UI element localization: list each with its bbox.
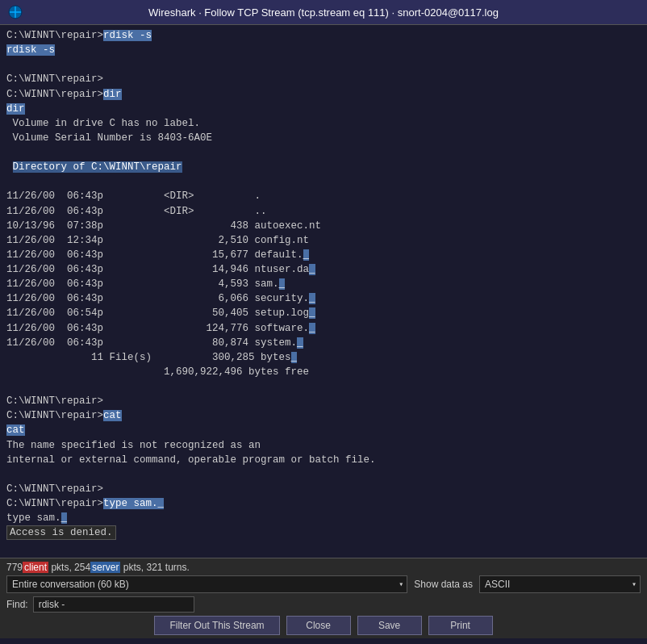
terminal-line: C:\WINNT\repair> — [6, 394, 641, 408]
terminal-line: C:\WINNT\repair>cat — [6, 408, 641, 423]
show-data-label: Show data as — [414, 579, 473, 590]
terminal-line: 11 File(s) 300,285 bytes_ — [6, 350, 641, 365]
terminal-line — [6, 540, 641, 554]
find-input[interactable] — [33, 596, 194, 613]
terminal-line: Directory of C:\WINNT\repair — [6, 160, 641, 174]
terminal-line: cat — [6, 423, 641, 437]
terminal-line: C:\WINNT\repair>type sam._ — [6, 496, 641, 511]
close-button[interactable]: Close — [286, 616, 351, 635]
ascii-dropdown[interactable]: ASCII Hex Dump C Arrays Raw UTF-8 — [479, 575, 641, 593]
wireshark-logo — [8, 4, 24, 20]
find-label: Find: — [6, 599, 28, 610]
server-pkts: 254 — [74, 562, 90, 573]
terminal-line: 11/26/00 06:54p 50,405 setup.log_ — [6, 306, 641, 320]
client-label: client — [23, 562, 48, 573]
bottom-panel: 779client pkts, 254server pkts, 321 turn… — [0, 558, 647, 638]
terminal-line — [6, 145, 641, 160]
terminal-line — [6, 379, 641, 394]
terminal-line: 11/26/00 06:43p 80,874 system._ — [6, 336, 641, 350]
terminal-line: The name specified is not recognized as … — [6, 438, 641, 453]
terminal-line: 11/26/00 06:43p 6,066 security._ — [6, 291, 641, 306]
terminal-line — [6, 57, 641, 72]
terminal-line: C:\WINNT\repair> — [6, 72, 641, 86]
terminal-line: Volume in drive C has no label. — [6, 116, 641, 131]
terminal-line: 11/26/00 06:43p <DIR> . — [6, 189, 641, 203]
terminal-line: C:\WINNT\repair>rdisk -s — [6, 28, 641, 43]
terminal-line: 10/13/96 07:38p 438 autoexec.nt — [6, 219, 641, 233]
terminal-line: rdisk -s — [6, 43, 641, 57]
terminal-line: 11/26/00 06:43p <DIR> .. — [6, 204, 641, 219]
terminal-line: dir — [6, 102, 641, 116]
turns: 321 — [146, 562, 162, 573]
terminal-area: C:\WINNT\repair>rdisk -s rdisk -s C:\WIN… — [0, 25, 647, 558]
terminal-line: 1,690,922,496 bytes free — [6, 365, 641, 379]
print-button[interactable]: Print — [428, 616, 493, 635]
terminal-line — [6, 467, 641, 482]
save-button[interactable]: Save — [357, 616, 422, 635]
terminal-line: C:\WINNT\repair>dir — [6, 87, 641, 102]
terminal-line: Volume Serial Number is 8403-6A0E — [6, 131, 641, 145]
terminal-line: C:\WINNT\repair> — [6, 482, 641, 496]
stats-row: 779client pkts, 254server pkts, 321 turn… — [6, 562, 641, 573]
stats-text3: turns. — [162, 562, 189, 573]
terminal-line: 11/26/00 06:43p 15,677 default._ — [6, 248, 641, 262]
terminal-line: type sam._ — [6, 511, 641, 525]
terminal-line: Access is denied. — [6, 525, 641, 540]
stats-text2: pkts, — [120, 562, 146, 573]
buttons-row: Filter Out This Stream Close Save Print — [6, 616, 641, 635]
title-bar: Wireshark · Follow TCP Stream (tcp.strea… — [0, 0, 647, 25]
stats-text: pkts, — [48, 562, 74, 573]
terminal-line: 11/26/00 12:34p 2,510 config.nt — [6, 233, 641, 248]
terminal-line: 11/26/00 06:43p 124,776 software._ — [6, 321, 641, 336]
conversation-select-wrapper[interactable]: Entire conversation (60 kB) — [6, 575, 407, 593]
terminal-line: internal or external command, operable p… — [6, 453, 641, 467]
find-row: Find: — [6, 596, 641, 613]
conversation-dropdown[interactable]: Entire conversation (60 kB) — [6, 575, 407, 593]
filter-out-button[interactable]: Filter Out This Stream — [154, 616, 279, 635]
terminal-line — [6, 174, 641, 189]
window-title: Wireshark · Follow TCP Stream (tcp.strea… — [24, 6, 623, 19]
terminal-line: 11/26/00 06:43p 14,946 ntuser.da_ — [6, 262, 641, 277]
client-pkts: 779 — [6, 562, 23, 573]
conversation-row: Entire conversation (60 kB) Show data as… — [6, 575, 641, 593]
terminal-line: 11/26/00 06:43p 4,593 sam._ — [6, 277, 641, 291]
ascii-select-wrapper[interactable]: ASCII Hex Dump C Arrays Raw UTF-8 — [479, 575, 641, 593]
server-label: server — [90, 562, 120, 573]
